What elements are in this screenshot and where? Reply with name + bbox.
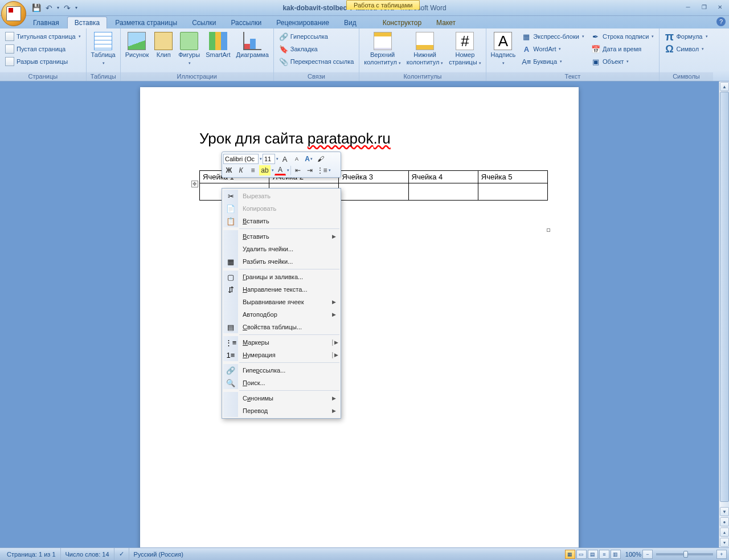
ctx-hyperlink[interactable]: 🔗Гиперссылка... <box>223 364 339 377</box>
ctx-translate[interactable]: Перевод▶ <box>223 404 339 417</box>
heading-text[interactable]: Урок для сайта paratapok.ru <box>199 130 519 148</box>
smartart-button[interactable]: SmartArt <box>203 30 232 60</box>
grow-font-icon[interactable]: A <box>279 154 290 164</box>
quickparts-button[interactable]: ▦Экспресс-блоки▾ <box>519 30 587 43</box>
wordart-button[interactable]: AWordArt▾ <box>519 43 587 55</box>
tab-mailings[interactable]: Рассылки <box>224 17 268 28</box>
split-arrow-icon[interactable]: │▶ <box>331 340 338 345</box>
qat-customize[interactable]: ▾ <box>74 2 79 14</box>
tab-home[interactable]: Главная <box>26 17 66 28</box>
word-count[interactable]: Число слов: 14 <box>61 548 114 560</box>
help-button[interactable]: ? <box>716 17 726 26</box>
undo-dropdown[interactable]: ▾ <box>56 2 60 14</box>
ctx-split-cells[interactable]: ▦Разбить ячейки... <box>223 255 339 268</box>
ctx-cell-align[interactable]: Выравнивание ячеек▶ <box>223 296 339 308</box>
bold-icon[interactable]: Ж <box>223 165 235 175</box>
ctx-autofit[interactable]: Автоподбор▶ <box>223 308 339 321</box>
bookmark-button[interactable]: 🔖Закладка <box>276 43 357 55</box>
chart-button[interactable]: Диаграмма <box>234 30 271 60</box>
tab-view[interactable]: Вид <box>337 17 363 28</box>
ctx-numbering[interactable]: 1≡Нумерация│▶ <box>223 349 339 361</box>
picture-button[interactable]: Рисунок <box>123 30 151 60</box>
signature-button[interactable]: ✒Строка подписи▾ <box>588 30 657 43</box>
vertical-scrollbar[interactable]: ▲ ▼ ● ▴ ▾ <box>719 81 729 547</box>
zoom-out-button[interactable]: − <box>642 550 653 559</box>
restore-button[interactable]: ❐ <box>697 2 711 11</box>
ctx-bullets[interactable]: ⋮≡Маркеры│▶ <box>223 336 339 349</box>
proofing-button[interactable]: ✓ <box>114 548 129 560</box>
object-button[interactable]: ▣Объект▾ <box>588 55 657 68</box>
next-page-button[interactable]: ▾ <box>720 538 729 547</box>
table-cell[interactable] <box>478 183 547 201</box>
page-indicator[interactable]: Страница: 1 из 1 <box>2 548 61 560</box>
bullets-icon[interactable]: ⋮≡ <box>316 165 327 175</box>
full-screen-view[interactable]: ▭ <box>576 550 587 559</box>
table-cell[interactable] <box>408 183 478 201</box>
dropcap-button[interactable]: A≡Буквица▾ <box>519 55 587 68</box>
ctx-synonyms[interactable]: Синонимы▶ <box>223 392 339 404</box>
ctx-copy[interactable]: 📄Копировать <box>223 202 339 215</box>
zoom-slider[interactable] <box>656 553 713 555</box>
table-cell[interactable]: Ячейка 3 <box>339 171 408 183</box>
ctx-paste[interactable]: 📋Вставить <box>223 215 339 227</box>
tab-references[interactable]: Ссылки <box>185 17 223 28</box>
scroll-thumb[interactable] <box>720 92 729 502</box>
hyperlink-button[interactable]: 🔗Гиперссылка <box>276 30 357 43</box>
table-button[interactable]: Таблица▾ <box>89 30 118 67</box>
zoom-thumb[interactable] <box>683 551 688 558</box>
decrease-indent-icon[interactable]: ⇤ <box>292 165 304 175</box>
highlight-dropdown[interactable]: ▾ <box>272 168 274 173</box>
scroll-up-button[interactable]: ▲ <box>720 82 729 91</box>
ctx-insert[interactable]: Вставить▶ <box>223 230 339 243</box>
header-button[interactable]: Верхний колонтитул ▾ <box>362 30 403 67</box>
size-dropdown[interactable]: ▾ <box>276 157 279 161</box>
font-combo[interactable] <box>223 154 259 164</box>
styles-icon[interactable]: A▾ <box>303 154 314 164</box>
ctx-cut[interactable]: ✂Вырезать <box>223 190 339 202</box>
formula-button[interactable]: Формула▾ <box>662 30 710 43</box>
ctx-borders[interactable]: ▢Границы и заливка... <box>223 271 339 283</box>
highlight-icon[interactable]: ab <box>259 165 271 175</box>
shapes-button[interactable]: Фигуры▾ <box>176 30 202 67</box>
ctx-text-direction[interactable]: ⇵Направление текста... <box>223 283 339 296</box>
page-number-button[interactable]: #Номер страницы ▾ <box>447 30 483 67</box>
size-combo[interactable] <box>263 154 275 164</box>
footer-button[interactable]: Нижний колонтитул ▾ <box>404 30 446 67</box>
format-painter-icon[interactable]: 🖌 <box>315 154 326 164</box>
scroll-down-button[interactable]: ▼ <box>720 507 729 516</box>
symbol-button[interactable]: Символ▾ <box>662 43 710 55</box>
clip-button[interactable]: Клип <box>152 30 175 60</box>
page-break-button[interactable]: Разрыв страницы <box>2 55 84 68</box>
prev-page-button[interactable]: ▴ <box>720 528 729 537</box>
center-icon[interactable]: ≡ <box>247 165 259 175</box>
undo-icon[interactable] <box>43 2 55 14</box>
tab-designer[interactable]: Конструктор <box>376 17 428 28</box>
print-layout-view[interactable]: ▦ <box>565 550 575 559</box>
table-cell[interactable]: Ячейка 4 <box>408 171 478 183</box>
minimize-button[interactable]: ─ <box>681 2 695 11</box>
title-page-button[interactable]: Титульная страница▾ <box>2 30 84 43</box>
split-arrow-icon[interactable]: │▶ <box>331 352 338 358</box>
ctx-delete-cells[interactable]: Удалить ячейки... <box>223 243 339 255</box>
tab-page-layout[interactable]: Разметка страницы <box>108 17 184 28</box>
browse-object-button[interactable]: ● <box>720 517 729 526</box>
table-cell[interactable] <box>339 183 408 201</box>
tab-review[interactable]: Рецензирование <box>269 17 336 28</box>
save-icon[interactable] <box>31 2 42 14</box>
ctx-search[interactable]: 🔍Поиск... <box>223 377 339 389</box>
table-move-handle[interactable]: ✥ <box>191 181 198 187</box>
increase-indent-icon[interactable]: ⇥ <box>304 165 316 175</box>
language-indicator[interactable]: Русский (Россия) <box>129 548 188 560</box>
italic-icon[interactable]: К <box>235 165 247 175</box>
shrink-font-icon[interactable]: A <box>291 154 302 164</box>
datetime-button[interactable]: 📅Дата и время <box>588 43 657 55</box>
zoom-level[interactable]: 100% <box>625 551 641 558</box>
textbox-button[interactable]: AНадпись▾ <box>489 30 518 67</box>
font-dropdown[interactable]: ▾ <box>260 157 262 161</box>
page[interactable]: Урок для сайта paratapok.ru ✥ Ячейка 1 Я… <box>140 87 579 547</box>
zoom-in-button[interactable]: + <box>716 550 727 559</box>
blank-page-button[interactable]: Пустая страница <box>2 43 84 55</box>
font-color-icon[interactable]: A <box>275 165 286 175</box>
table-resize-handle[interactable] <box>547 228 550 232</box>
font-color-dropdown[interactable]: ▾ <box>287 168 289 173</box>
